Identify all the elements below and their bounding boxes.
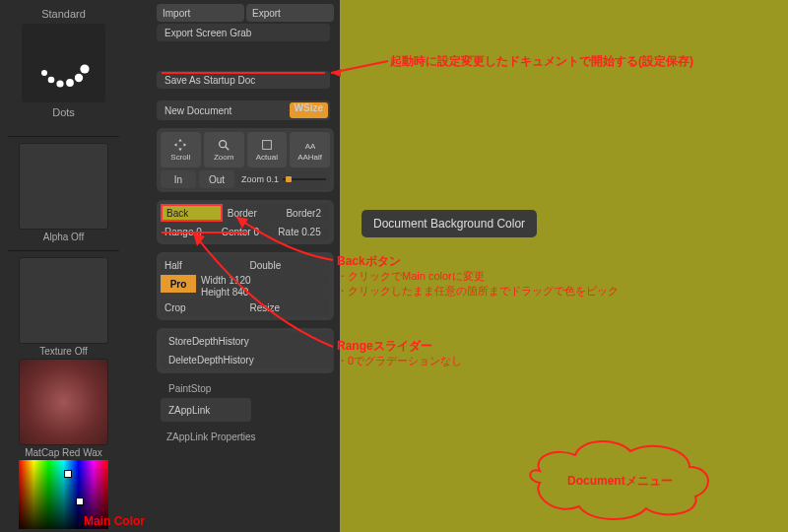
wsize-toggle[interactable]: WSize bbox=[290, 102, 328, 118]
center-slider[interactable]: Center 0 bbox=[218, 223, 274, 240]
zoom-in-button[interactable]: In bbox=[161, 170, 196, 188]
svg-point-4 bbox=[74, 74, 82, 82]
texture-swatch[interactable] bbox=[19, 257, 108, 344]
tooltip-bg-color: Document Background Color bbox=[361, 210, 537, 237]
actual-icon bbox=[260, 138, 274, 152]
svg-point-5 bbox=[80, 64, 89, 73]
brush-swatch[interactable] bbox=[22, 24, 105, 102]
scroll-icon bbox=[173, 138, 187, 152]
color-picker[interactable] bbox=[19, 460, 108, 529]
actual-label: Actual bbox=[256, 153, 278, 162]
brush-dots-icon bbox=[34, 33, 94, 93]
scroll-button[interactable]: Scroll bbox=[161, 132, 201, 167]
svg-point-0 bbox=[41, 70, 47, 76]
svg-point-6 bbox=[220, 141, 227, 148]
svg-point-1 bbox=[47, 77, 54, 84]
document-canvas[interactable]: Document Background Color bbox=[340, 0, 788, 532]
scroll-label: Scroll bbox=[170, 153, 190, 162]
left-sidebar: Standard Dots Alpha Off Texture Off MatC… bbox=[8, 0, 119, 532]
svg-rect-8 bbox=[263, 141, 272, 150]
document-menu-panel: Import Export Export Screen Grab Save As… bbox=[157, 0, 334, 442]
border2-color-button[interactable]: Border2 bbox=[282, 204, 330, 222]
matcap-swatch[interactable] bbox=[19, 359, 108, 445]
aahalf-label: AAHalf bbox=[297, 153, 322, 162]
zoom-label: Zoom bbox=[214, 153, 233, 162]
store-depth-history-button[interactable]: StoreDepthHistory bbox=[161, 332, 334, 350]
alpha-swatch[interactable] bbox=[19, 143, 108, 230]
zoom-button[interactable]: Zoom bbox=[204, 132, 244, 167]
alpha-off-label: Alpha Off bbox=[19, 232, 108, 242]
range-slider[interactable]: Range 0 bbox=[161, 223, 217, 240]
paintstop-header[interactable]: PaintStop bbox=[168, 383, 334, 394]
half-button[interactable]: Half bbox=[161, 256, 245, 274]
brush-label-bottom: Dots bbox=[8, 106, 119, 118]
export-screen-grab-button[interactable]: Export Screen Grab bbox=[157, 24, 330, 41]
delete-depth-history-button[interactable]: DeleteDepthHistory bbox=[161, 351, 334, 368]
resize-button[interactable]: Resize bbox=[246, 299, 331, 316]
divider bbox=[8, 250, 119, 251]
svg-text:AA: AA bbox=[304, 142, 315, 151]
svg-line-7 bbox=[226, 147, 230, 151]
zoom-slider[interactable]: Zoom 0.1 bbox=[237, 170, 330, 188]
svg-point-3 bbox=[66, 79, 74, 87]
matcap-label: MatCap Red Wax bbox=[19, 447, 108, 458]
brush-label-top: Standard bbox=[8, 8, 119, 20]
height-field[interactable]: Height 840 bbox=[197, 287, 330, 298]
border-color-button[interactable]: Border bbox=[224, 204, 282, 222]
export-button[interactable]: Export bbox=[246, 4, 334, 22]
width-field[interactable]: Width 1120 bbox=[197, 275, 330, 286]
aahalf-button[interactable]: AA AAHalf bbox=[290, 132, 330, 167]
zoom-out-button[interactable]: Out bbox=[199, 170, 234, 188]
import-button[interactable]: Import bbox=[157, 4, 244, 22]
new-document-button[interactable]: New Document WSize bbox=[157, 100, 330, 120]
zapplink-button[interactable]: ZAppLink bbox=[161, 398, 251, 422]
aahalf-icon: AA bbox=[303, 138, 317, 152]
rate-slider[interactable]: Rate 0.25 bbox=[274, 223, 330, 240]
back-color-button[interactable]: Back bbox=[161, 204, 223, 222]
zapplink-properties-header[interactable]: ZAppLink Properties bbox=[166, 432, 334, 442]
double-button[interactable]: Double bbox=[246, 256, 331, 274]
zoom-value-label: Zoom 0.1 bbox=[241, 174, 279, 184]
pro-toggle[interactable]: Pro bbox=[161, 275, 196, 293]
actual-button[interactable]: Actual bbox=[247, 132, 288, 167]
new-document-label: New Document bbox=[164, 105, 231, 116]
divider bbox=[8, 136, 119, 137]
zoom-icon bbox=[217, 138, 230, 152]
svg-point-2 bbox=[56, 80, 63, 87]
texture-off-label: Texture Off bbox=[19, 346, 108, 357]
save-as-startup-doc-button[interactable]: Save As Startup Doc bbox=[157, 71, 330, 89]
crop-button[interactable]: Crop bbox=[161, 299, 245, 316]
